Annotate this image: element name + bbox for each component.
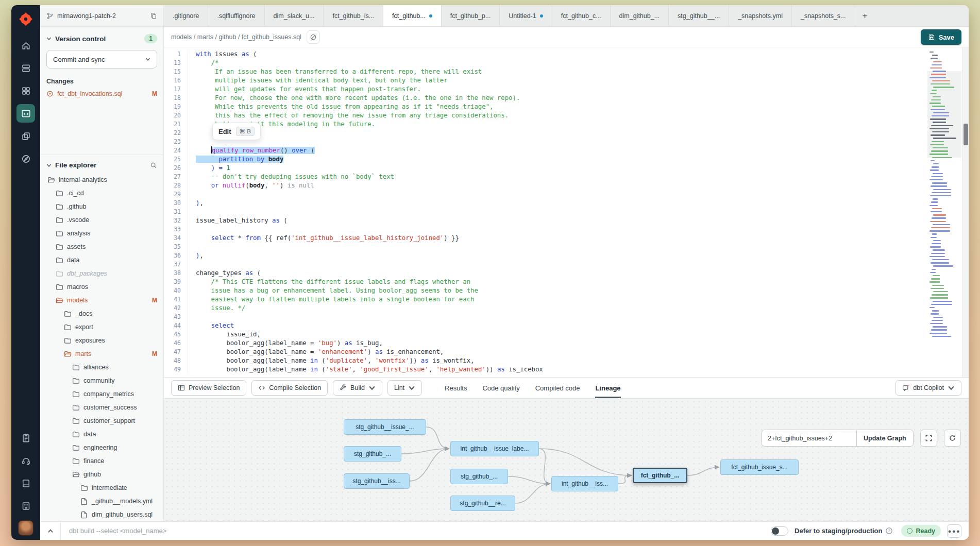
lineage-node[interactable]: int_github__iss... (551, 476, 618, 491)
code-line[interactable]: 19 While this prevents the old issue fro… (164, 103, 921, 111)
editor-tab[interactable]: fct_github_p... (442, 5, 500, 26)
code-line[interactable]: 44 select (164, 321, 921, 330)
editor-tab[interactable]: _snapshots_s... (792, 5, 855, 26)
code-line[interactable]: 43 (164, 313, 921, 321)
lineage-node[interactable]: stg_github__iss... (344, 473, 410, 489)
file-tree-item[interactable]: assets (46, 240, 157, 253)
code-line[interactable]: 41 easiest way to flatten multiple label… (164, 295, 921, 304)
code-line[interactable]: 37 (164, 260, 921, 269)
dbt-command-input[interactable] (61, 527, 771, 535)
code-line[interactable]: 34 select * from {{ ref('int_github__iss… (164, 234, 921, 243)
code-line[interactable]: 33 (164, 225, 921, 234)
code-line[interactable]: 39 /* This CTE flattens the different is… (164, 278, 921, 286)
file-tree-item[interactable]: exposures (46, 334, 157, 347)
file-tree-item[interactable]: customer_success (46, 401, 157, 414)
editor-tab[interactable]: fct_github_is... (324, 5, 383, 26)
lineage-selector-input[interactable] (762, 430, 856, 447)
code-line[interactable]: 35 (164, 243, 921, 251)
refresh-button[interactable] (944, 430, 961, 447)
org-building-icon[interactable] (16, 497, 35, 515)
ide-icon[interactable] (16, 104, 35, 123)
code-line[interactable]: 30), (164, 199, 921, 208)
file-tree-item[interactable]: alliances (46, 361, 157, 374)
lineage-node[interactable]: stg_github__issue_... (344, 419, 426, 435)
code-line[interactable]: 26 ) = 1 (164, 164, 921, 173)
editor-tab[interactable]: Untitled-1 (500, 5, 552, 26)
code-line[interactable]: 17 will get updates for events that happ… (164, 85, 921, 94)
code-line[interactable]: 29 (164, 190, 921, 199)
code-line[interactable]: 25 partition by body (164, 155, 921, 164)
code-line[interactable]: 32issue_label_history as ( (164, 216, 921, 225)
chevron-down-icon[interactable] (46, 163, 52, 168)
compile-toggle-icon-button[interactable] (307, 30, 320, 44)
add-tab-button[interactable]: + (855, 5, 875, 26)
tasks-clipboard-icon[interactable] (16, 429, 35, 447)
more-options-button[interactable]: ●●● (947, 524, 961, 538)
user-avatar[interactable] (18, 520, 33, 536)
file-tree-item[interactable]: community (46, 374, 157, 387)
git-branch-row[interactable]: mirnawong1-patch-2 (40, 5, 163, 27)
build-button[interactable]: Build (333, 380, 382, 396)
code-line[interactable]: 49 boolor_agg(label_name in ('stale', 'g… (164, 365, 921, 374)
file-tree-item[interactable]: dbt_packages (46, 267, 157, 280)
commit-and-sync-button[interactable]: Commit and sync (46, 50, 157, 69)
code-line[interactable]: 38change_types as ( (164, 269, 921, 278)
projects-icon[interactable] (16, 127, 35, 145)
copy-icon[interactable] (150, 12, 157, 20)
file-tree-item[interactable]: .github (46, 200, 157, 213)
file-tree-item[interactable]: customer_support (46, 414, 157, 428)
file-tree-item[interactable]: .ci_cd (46, 186, 157, 200)
edit-popup[interactable]: Edit ⌘ B (212, 123, 261, 140)
editor-tab[interactable]: _snapshots.yml (729, 5, 792, 26)
apps-grid-icon[interactable] (16, 81, 35, 100)
code-line[interactable]: 36), (164, 251, 921, 260)
chevron-down-icon[interactable] (46, 36, 52, 41)
editor-tab[interactable]: dim_github_... (611, 5, 669, 26)
dbt-copilot-button[interactable]: dbt Copilot (895, 380, 961, 396)
editor-tab[interactable]: fct_github... (383, 5, 442, 27)
editor-tab[interactable]: .gitignore (164, 5, 208, 26)
code-line[interactable]: 21 Let's revisit this modeling in the fu… (164, 120, 921, 129)
editor-scrollbar[interactable] (962, 47, 969, 377)
file-tree-item[interactable]: engineering (46, 441, 157, 454)
file-tree-item[interactable]: github (46, 468, 157, 481)
code-line[interactable]: 16 multiple issues with identical body t… (164, 76, 921, 85)
search-icon[interactable] (150, 162, 157, 169)
file-tree-item[interactable]: modelsM (46, 294, 157, 307)
code-line[interactable]: 13 /* (164, 59, 921, 67)
file-tree-item[interactable]: internal-analytics (46, 173, 157, 186)
code-line[interactable]: 24 qualify row_number() over ( (164, 146, 921, 155)
code-editor[interactable]: 1with issues as (13 /*15 If an issue has… (164, 47, 969, 377)
code-line[interactable]: 22 (164, 129, 921, 138)
update-graph-button[interactable]: Update Graph (856, 430, 914, 447)
code-line[interactable]: 23 (164, 138, 921, 146)
file-tree-item[interactable]: intermediate (46, 481, 157, 494)
file-tree-item[interactable]: export (46, 320, 157, 334)
code-line[interactable]: 1with issues as ( (164, 50, 921, 59)
file-tree-item[interactable]: data (46, 253, 157, 267)
code-line[interactable]: 20 this has the effect of removing the n… (164, 111, 921, 120)
preview-selection-button[interactable]: Preview Selection (171, 380, 246, 396)
code-line[interactable]: 28 or nullif(body, '') is null (164, 181, 921, 190)
lineage-node[interactable]: fct_github_... (633, 468, 687, 483)
code-line[interactable]: 18 For now, choose the one with more rec… (164, 94, 921, 103)
file-tree-item[interactable]: .vscode (46, 213, 157, 227)
file-tree-item[interactable]: company_metrics (46, 387, 157, 401)
editor-tab[interactable]: dim_slack_u... (265, 5, 324, 26)
file-tree-item[interactable]: finance (46, 454, 157, 468)
file-tree-item[interactable]: dim_github_users.sql (46, 508, 157, 521)
docs-book-icon[interactable] (16, 474, 35, 492)
expand-command-bar-button[interactable] (40, 522, 61, 540)
editor-tab[interactable]: stg_github__... (669, 5, 729, 26)
home-icon[interactable] (16, 36, 35, 55)
file-tree-item[interactable]: _github__models.yml (46, 494, 157, 508)
code-line[interactable]: 42 issue. */ (164, 304, 921, 313)
lineage-node[interactable]: stg_github_... (450, 469, 508, 484)
file-tree-item[interactable]: _docs (46, 307, 157, 320)
panel-tab-lineage[interactable]: Lineage (595, 378, 620, 398)
save-button[interactable]: Save (921, 29, 961, 45)
lint-button[interactable]: Lint (387, 380, 422, 396)
code-line[interactable]: 45 issue_id, (164, 330, 921, 339)
code-line[interactable]: 46 boolor_agg(label_name = 'bug') as is_… (164, 339, 921, 348)
panel-tab-compiled-code[interactable]: Compiled code (535, 378, 580, 398)
